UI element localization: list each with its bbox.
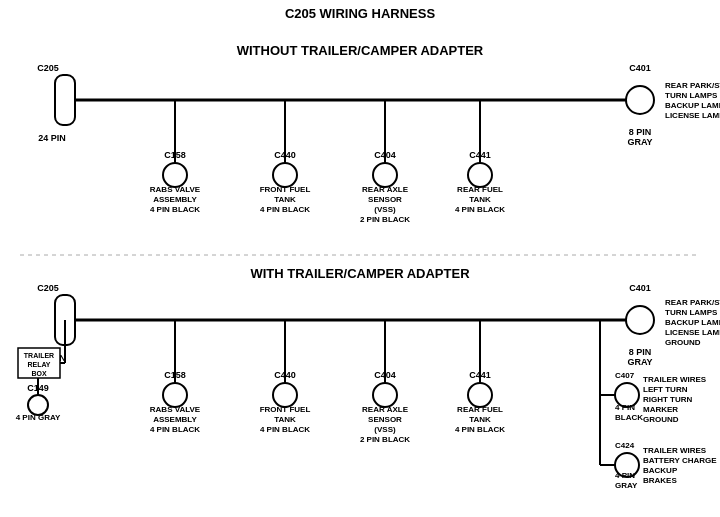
c424-pins1: 4 PIN (615, 471, 635, 480)
c404-top-name: C404 (374, 150, 396, 160)
diagram-container: C205 WIRING HARNESS WITHOUT TRAILER/CAMP… (0, 0, 720, 517)
c158-bot-name: C158 (164, 370, 186, 380)
svg-point-19 (626, 306, 654, 334)
c424-desc2: BATTERY CHARGE (643, 456, 717, 465)
bottom-section-title: WITH TRAILER/CAMPER ADAPTER (250, 266, 470, 281)
c441-top-desc1: REAR FUEL (457, 185, 503, 194)
c401-bot-desc2: TURN LAMPS (665, 308, 718, 317)
trailer-relay-label3: BOX (31, 370, 47, 377)
c407-pins1: 4 PIN (615, 403, 635, 412)
svg-point-4 (163, 163, 187, 187)
c149-name: C149 (27, 383, 49, 393)
c441-top-desc3: 4 PIN BLACK (455, 205, 505, 214)
c407-desc1: TRAILER WIRES (643, 375, 707, 384)
svg-point-25 (373, 383, 397, 407)
c401-bot-desc3: BACKUP LAMPS (665, 318, 720, 327)
c158-bot-desc1: RABS VALVE (150, 405, 201, 414)
c440-top-desc1: FRONT FUEL (260, 185, 311, 194)
c440-top-name: C440 (274, 150, 296, 160)
svg-point-18 (28, 395, 48, 415)
c404-bot-desc3: (VSS) (374, 425, 396, 434)
c440-bot-name: C440 (274, 370, 296, 380)
c404-top-desc1: REAR AXLE (362, 185, 409, 194)
c440-top-desc2: TANK (274, 195, 296, 204)
c404-bot-desc4: 2 PIN BLACK (360, 435, 410, 444)
c158-top-desc1: RABS VALVE (150, 185, 201, 194)
trailer-relay-label2: RELAY (27, 361, 50, 368)
c441-bot-desc2: TANK (469, 415, 491, 424)
c158-bot-desc3: 4 PIN BLACK (150, 425, 200, 434)
c158-top-desc3: 4 PIN BLACK (150, 205, 200, 214)
c401-bot-pins: 8 PIN (629, 347, 652, 357)
c404-top-desc2: SENSOR (368, 195, 402, 204)
c401-bot-color: GRAY (627, 357, 652, 367)
c440-bot-desc3: 4 PIN BLACK (260, 425, 310, 434)
c401-top-color: GRAY (627, 137, 652, 147)
c401-bot-desc1: REAR PARK/STOP (665, 298, 720, 307)
c158-bot-desc2: ASSEMBLY (153, 415, 197, 424)
c441-bot-desc3: 4 PIN BLACK (455, 425, 505, 434)
svg-point-2 (626, 86, 654, 114)
svg-point-23 (273, 383, 297, 407)
c441-top-desc2: TANK (469, 195, 491, 204)
c440-bot-desc1: FRONT FUEL (260, 405, 311, 414)
c441-bot-desc1: REAR FUEL (457, 405, 503, 414)
c407-name: C407 (615, 371, 635, 380)
c401-top-pins: 8 PIN (629, 127, 652, 137)
c401-bot-desc4: LICENSE LAMPS (665, 328, 720, 337)
top-section-title: WITHOUT TRAILER/CAMPER ADAPTER (237, 43, 484, 58)
trailer-relay-label1: TRAILER (24, 352, 54, 359)
c401-bot-label: C401 (629, 283, 651, 293)
c401-top-desc4: LICENSE LAMPS (665, 111, 720, 120)
c424-desc4: BRAKES (643, 476, 677, 485)
c424-desc1: TRAILER WIRES (643, 446, 707, 455)
c441-top-name: C441 (469, 150, 491, 160)
svg-point-8 (373, 163, 397, 187)
c205-bot-label: C205 (37, 283, 59, 293)
c149-pins: 4 PIN GRAY (16, 413, 61, 422)
c401-top-desc2: TURN LAMPS (665, 91, 718, 100)
svg-point-27 (468, 383, 492, 407)
c441-bot-name: C441 (469, 370, 491, 380)
c401-bot-desc5: GROUND (665, 338, 701, 347)
c404-top-desc4: 2 PIN BLACK (360, 215, 410, 224)
c404-bot-desc2: SENSOR (368, 415, 402, 424)
c440-bot-desc2: TANK (274, 415, 296, 424)
c401-top-desc: REAR PARK/STOP (665, 81, 720, 90)
c440-top-desc3: 4 PIN BLACK (260, 205, 310, 214)
c424-name: C424 (615, 441, 635, 450)
c401-top-desc3: BACKUP LAMPS (665, 101, 720, 110)
svg-rect-1 (55, 75, 75, 125)
c407-desc5: GROUND (643, 415, 679, 424)
c404-bot-name: C404 (374, 370, 396, 380)
c404-top-desc3: (VSS) (374, 205, 396, 214)
svg-point-10 (468, 163, 492, 187)
c407-desc3: RIGHT TURN (643, 395, 693, 404)
c205-top-pins: 24 PIN (38, 133, 66, 143)
main-title: C205 WIRING HARNESS (285, 6, 436, 21)
c407-desc4: MARKER (643, 405, 678, 414)
c158-top-name: C158 (164, 150, 186, 160)
c205-top-label: C205 (37, 63, 59, 73)
c424-desc3: BACKUP (643, 466, 678, 475)
c404-bot-desc1: REAR AXLE (362, 405, 409, 414)
c158-top-desc2: ASSEMBLY (153, 195, 197, 204)
c407-pins2: BLACK (615, 413, 643, 422)
c401-top-label: C401 (629, 63, 651, 73)
svg-point-21 (163, 383, 187, 407)
wiring-diagram: C205 WIRING HARNESS WITHOUT TRAILER/CAMP… (0, 0, 720, 517)
c407-desc2: LEFT TURN (643, 385, 688, 394)
c424-pins2: GRAY (615, 481, 638, 490)
svg-point-6 (273, 163, 297, 187)
